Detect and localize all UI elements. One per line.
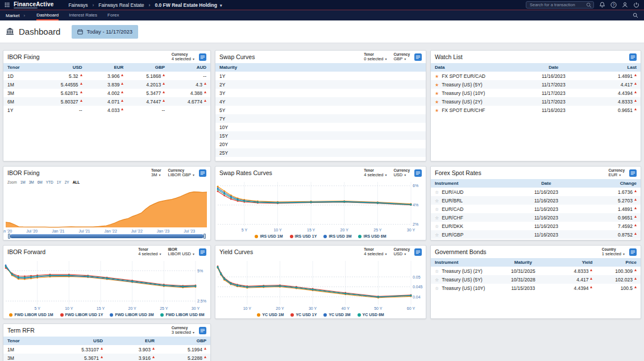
panel-detail-icon[interactable] xyxy=(629,248,637,256)
panel-detail-icon[interactable] xyxy=(414,169,422,177)
panel-detail-icon[interactable] xyxy=(414,53,422,61)
panel-filter-currency[interactable]: CurrencyEUR xyxy=(608,168,625,177)
breadcrumb-item-fairways[interactable]: Fairways xyxy=(68,2,88,8)
star-icon[interactable]: ★ xyxy=(435,82,439,88)
filter-value[interactable]: 3 selected xyxy=(172,330,194,335)
panel-detail-icon[interactable] xyxy=(199,169,206,177)
filter-value[interactable]: USD xyxy=(393,173,410,177)
nav-search-icon[interactable] xyxy=(633,13,638,18)
panel-filter-currency[interactable]: CurrencyLIBOR GBP xyxy=(168,168,194,177)
app-grid-icon[interactable] xyxy=(5,2,10,7)
tab-forex[interactable]: Forex xyxy=(107,10,119,20)
breadcrumb-item-fw-real-estate-holding[interactable]: 0.0 FW Real Estate Holding xyxy=(144,2,222,8)
panel-detail-icon[interactable] xyxy=(199,327,206,334)
navigator-handle-right[interactable] xyxy=(203,234,206,239)
table-cell: 11/17/2023 xyxy=(519,89,588,97)
table-cell: -- xyxy=(169,72,210,80)
change-up-icon xyxy=(634,224,637,226)
star-icon[interactable]: ☆ xyxy=(435,224,439,229)
brand-tagline xyxy=(14,7,38,9)
legend-item[interactable]: IRS USD 1Y xyxy=(290,234,317,238)
panel-filter-currency[interactable]: Currency3 selected xyxy=(172,326,194,335)
filter-value[interactable]: LIBOR GBP xyxy=(168,173,194,177)
star-icon[interactable]: ☆ xyxy=(435,190,439,195)
legend-item[interactable]: IRS USD 3M xyxy=(323,234,351,238)
table-row: 3M5.36713.9165.2288 xyxy=(3,354,210,361)
legend-item[interactable]: FWD LIBOR USD 3M xyxy=(110,313,153,317)
date-picker-button[interactable]: Today - 11/17/2023 xyxy=(72,25,138,39)
column-header: USD xyxy=(55,337,107,345)
panel-filter-country[interactable]: Country1 selected xyxy=(602,247,625,256)
star-icon[interactable]: ☆ xyxy=(435,215,439,221)
legend-item[interactable]: IRS USD 1M xyxy=(255,234,282,238)
filter-value[interactable]: 0 selected xyxy=(364,57,387,61)
legend-item[interactable]: YC USD 6M xyxy=(358,313,384,317)
legend-item[interactable]: YC USD 3M xyxy=(323,313,350,317)
legend-item[interactable]: FWD LIBOR USD 6M xyxy=(160,313,204,317)
notifications-bell-icon[interactable] xyxy=(599,2,605,8)
zoom-1m[interactable]: 1M xyxy=(20,180,26,184)
market-link[interactable]: Market xyxy=(6,13,25,18)
panel-filter-tenor[interactable]: Tenor4 selected xyxy=(138,247,161,256)
panel-filter-currency[interactable]: CurrencyUSD xyxy=(393,247,410,256)
star-icon[interactable]: ☆ xyxy=(435,233,439,238)
table-cell: 1Y xyxy=(3,106,45,114)
panel-filter-ibor[interactable]: IBORLIBOR USD xyxy=(168,247,194,256)
filter-value[interactable]: EUR xyxy=(608,173,625,177)
star-icon[interactable]: ☆ xyxy=(435,198,439,204)
star-icon[interactable]: ☆ xyxy=(435,269,439,274)
panel-filter-currency[interactable]: CurrencyGBP xyxy=(393,52,410,61)
panel-detail-icon[interactable] xyxy=(199,248,206,256)
breadcrumb-item-fairways-real-estate[interactable]: Fairways Real Estate xyxy=(88,2,144,8)
zoom-all[interactable]: ALL xyxy=(73,180,80,184)
search-icon[interactable] xyxy=(586,2,592,8)
star-icon[interactable]: ★ xyxy=(435,108,439,113)
star-icon[interactable]: ★ xyxy=(435,99,439,105)
filter-value[interactable]: 4 selected xyxy=(138,252,161,256)
table-cell: 3Y xyxy=(215,89,426,97)
zoom-3m[interactable]: 3M xyxy=(29,180,34,184)
panel-filter-tenor[interactable]: Tenor4 selected xyxy=(364,168,387,177)
legend-item[interactable]: IRS USD 6M xyxy=(358,234,386,238)
star-icon[interactable]: ★ xyxy=(435,74,439,79)
logout-power-icon[interactable] xyxy=(633,2,639,8)
filter-value[interactable]: 4 selected xyxy=(364,252,387,256)
panel-filter-currency[interactable]: Currency4 selected xyxy=(172,52,194,61)
column-header: Price xyxy=(596,258,641,267)
panel-detail-icon[interactable] xyxy=(199,53,206,61)
legend-item[interactable]: YC USD 1Y xyxy=(290,313,317,317)
user-icon[interactable] xyxy=(622,2,628,8)
panel-filter-tenor[interactable]: Tenor3M xyxy=(151,168,161,177)
filter-value[interactable]: 1 selected xyxy=(602,252,625,256)
zoom-ytd[interactable]: YTD xyxy=(46,180,53,184)
filter-value[interactable]: 3M xyxy=(151,173,161,177)
chart-navigator[interactable] xyxy=(3,234,210,240)
filter-value[interactable]: GBP xyxy=(393,57,410,61)
transaction-search-input[interactable] xyxy=(526,1,594,9)
star-icon[interactable]: ★ xyxy=(435,91,439,96)
star-icon[interactable]: ☆ xyxy=(435,286,439,291)
legend-item[interactable]: YC USD 1M xyxy=(257,313,284,317)
filter-value[interactable]: USD xyxy=(393,252,410,256)
zoom-1y[interactable]: 1Y xyxy=(57,180,61,184)
star-icon[interactable]: ☆ xyxy=(435,207,439,212)
filter-value[interactable]: LIBOR USD xyxy=(168,252,194,256)
legend-item[interactable]: FWD LIBOR USD 1M xyxy=(9,313,53,317)
help-icon[interactable]: ? xyxy=(610,2,617,8)
panel-filter-tenor[interactable]: Tenor4 selected xyxy=(364,247,387,256)
panel-detail-icon[interactable] xyxy=(629,169,637,177)
brand-logo[interactable]: FinanceActive xyxy=(14,2,53,9)
panel-filter-currency[interactable]: CurrencyUSD xyxy=(393,168,410,177)
zoom-6m[interactable]: 6M xyxy=(38,180,43,184)
panel-detail-icon[interactable] xyxy=(629,53,637,61)
tab-interest-rates[interactable]: Interest Rates xyxy=(69,10,97,20)
tab-dashboard[interactable]: Dashboard xyxy=(36,10,59,20)
panel-detail-icon[interactable] xyxy=(414,248,422,256)
panel-filter-tenor[interactable]: Tenor0 selected xyxy=(364,52,387,61)
zoom-2y[interactable]: 2Y xyxy=(65,180,69,184)
navigator-track[interactable] xyxy=(10,234,203,238)
filter-value[interactable]: 4 selected xyxy=(364,173,387,177)
star-icon[interactable]: ☆ xyxy=(435,277,439,283)
filter-value[interactable]: 4 selected xyxy=(172,57,194,61)
legend-item[interactable]: FWD LIBOR USD 1Y xyxy=(60,313,103,317)
